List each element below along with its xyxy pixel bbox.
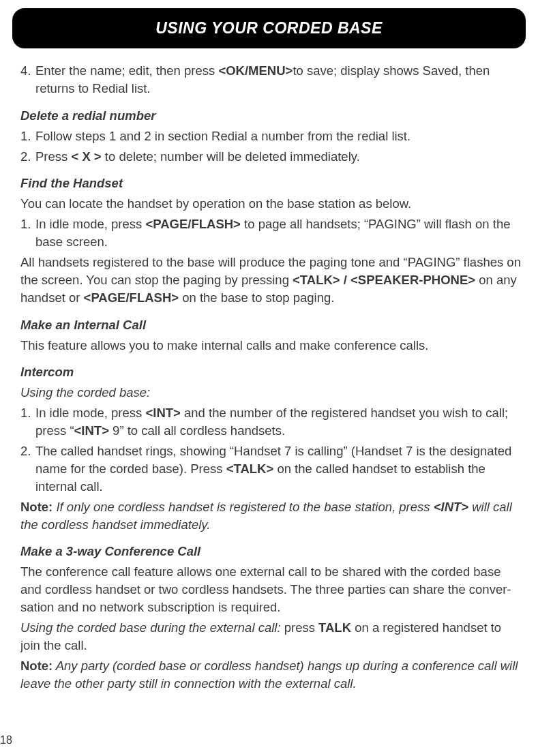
step-number: 1. bbox=[20, 127, 35, 145]
find-handset-intro: You can locate the handset by operation … bbox=[20, 195, 523, 213]
heading-delete-redial: Delete a redial number bbox=[20, 107, 523, 125]
step-number: 1. bbox=[20, 404, 35, 440]
step-text: The called handset rings, showing “Hands… bbox=[35, 442, 523, 496]
conference-intro: The conference call feature allows one e… bbox=[20, 563, 523, 616]
step-text: Follow steps 1 and 2 in section Redial a… bbox=[35, 127, 523, 145]
heading-internal-call: Make an Internal Call bbox=[20, 316, 523, 334]
page-number: 18 bbox=[0, 734, 12, 746]
step-4: 4. Enter the name; edit, then press <OK/… bbox=[20, 62, 523, 97]
page-header: USING YOUR CORDED BASE bbox=[12, 8, 526, 48]
delete-step-1: 1. Follow steps 1 and 2 in section Redia… bbox=[20, 127, 523, 145]
intercom-note: Note: If only one cordless handset is re… bbox=[20, 498, 523, 534]
step-number: 2. bbox=[20, 442, 35, 496]
conference-note: Note: Any party (corded base or cordless… bbox=[20, 657, 523, 693]
page-content: 4. Enter the name; edit, then press <OK/… bbox=[0, 62, 538, 693]
find-handset-note: All handsets registered to the base will… bbox=[20, 254, 523, 307]
step-text: In idle mode, press <INT> and the number… bbox=[35, 404, 523, 440]
step-text: Enter the name; edit, then press <OK/MEN… bbox=[35, 62, 523, 97]
intercom-step-1: 1. In idle mode, press <INT> and the num… bbox=[20, 404, 523, 440]
heading-find-handset: Find the Handset bbox=[20, 175, 523, 192]
using-corded-base-label: Using the corded base: bbox=[20, 384, 523, 402]
conference-using: Using the corded base during the externa… bbox=[20, 619, 523, 654]
step-number: 1. bbox=[20, 215, 35, 251]
heading-conference: Make a 3-way Conference Call bbox=[20, 543, 523, 560]
step-text: In idle mode, press <PAGE/FLASH> to page… bbox=[35, 215, 523, 251]
heading-intercom: Intercom bbox=[20, 363, 523, 381]
step-text: Press < X > to delete; number will be de… bbox=[35, 148, 523, 166]
step-number: 4. bbox=[20, 62, 35, 97]
intercom-step-2: 2. The called handset rings, showing “Ha… bbox=[20, 442, 523, 496]
step-number: 2. bbox=[20, 148, 35, 166]
internal-call-intro: This feature allows you to make internal… bbox=[20, 337, 523, 354]
delete-step-2: 2. Press < X > to delete; number will be… bbox=[20, 148, 523, 166]
find-step-1: 1. In idle mode, press <PAGE/FLASH> to p… bbox=[20, 215, 523, 251]
